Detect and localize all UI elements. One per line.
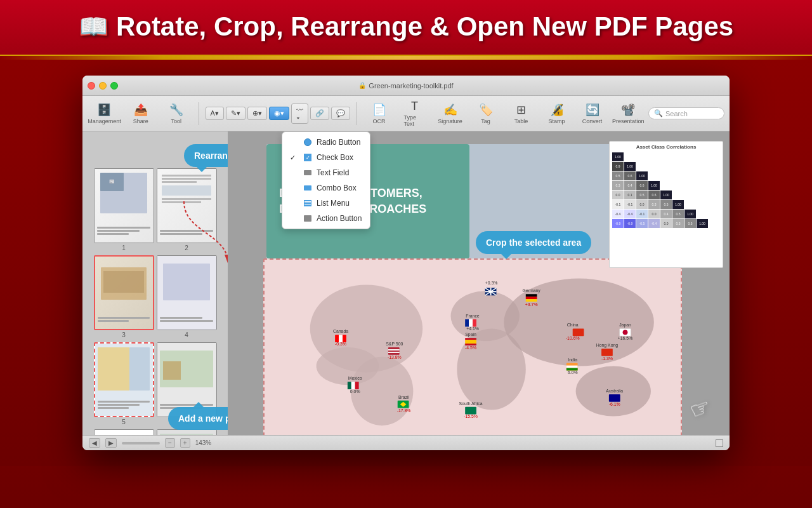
dropdown-action-button[interactable]: Action Button — [282, 211, 370, 226]
tag-button[interactable]: 🏷️ Tag — [470, 100, 502, 127]
type-text-button[interactable]: T Type Text — [399, 97, 431, 130]
convert-button[interactable]: 🔄 Convert — [577, 100, 608, 127]
dropdown-menu[interactable]: Radio Button ✓ ✓ Check Box Text Field — [282, 131, 370, 229]
ocr-button[interactable]: 📄 OCR — [363, 100, 395, 127]
header-title-text: Rotate, Crop, Rearrange & Open New PDF P… — [116, 11, 733, 42]
list-menu-icon — [304, 200, 311, 206]
svg-rect-39 — [348, 382, 351, 389]
seg-btn-4[interactable]: ◉▾ — [269, 107, 289, 120]
svg-text:Mexico: Mexico — [348, 376, 362, 380]
seg-btn-2[interactable]: ✎▾ — [226, 107, 246, 120]
table-button[interactable]: ⊞ Table — [506, 100, 537, 127]
thumbnail-row-4: + — [85, 429, 225, 435]
svg-rect-15 — [526, 294, 537, 297]
svg-text:Brazil: Brazil — [398, 395, 410, 399]
add-page-thumb[interactable]: + — [94, 429, 154, 435]
thumb-img-5[interactable] — [94, 342, 154, 417]
nav-prev[interactable]: ◀ — [89, 438, 100, 448]
traffic-lights — [88, 82, 118, 90]
maximize-button[interactable] — [110, 82, 118, 90]
search-field[interactable]: 🔍 Search — [648, 107, 724, 119]
svg-text:-17.8%: -17.8% — [397, 408, 411, 413]
add-page-item[interactable]: + — [94, 429, 154, 435]
svg-text:-0.3%: -0.3% — [335, 342, 346, 346]
page-thumb-extra[interactable] — [157, 429, 217, 435]
svg-text:-6.1%: -6.1% — [609, 402, 620, 406]
signature-button[interactable]: ✍️ Signature — [435, 100, 466, 127]
svg-rect-63 — [601, 349, 613, 356]
search-icon: 🔍 — [654, 109, 663, 117]
header: 📖 Rotate, Crop, Rearrange & Open New PDF… — [0, 0, 812, 56]
page-thumb-3[interactable]: 3 — [94, 255, 154, 338]
svg-text:+16.5%: +16.5% — [618, 336, 633, 340]
svg-rect-41 — [355, 382, 359, 389]
svg-point-60 — [623, 330, 628, 335]
svg-text:France: France — [466, 314, 480, 318]
scroll-up[interactable] — [716, 439, 723, 447]
canvas-area[interactable]: Radio Button ✓ ✓ Check Box Text Field — [228, 131, 730, 435]
svg-rect-17 — [526, 299, 537, 302]
seg-btn-7[interactable]: 💬 — [331, 107, 350, 120]
svg-rect-35 — [388, 349, 400, 351]
thumb-img-extra[interactable] — [157, 429, 217, 435]
correlation-matrix: Asset Class Correlations 1.00 0.9 1.00 0… — [609, 141, 723, 268]
dropdown-check-box[interactable]: ✓ ✓ Check Box — [282, 150, 370, 165]
dropdown-radio-button[interactable]: Radio Button — [282, 135, 370, 150]
svg-rect-34 — [388, 347, 400, 355]
svg-text:Hong Kong: Hong Kong — [596, 343, 619, 348]
svg-text:Canada: Canada — [333, 329, 348, 333]
svg-text:South Africa: South Africa — [459, 401, 483, 406]
combo-box-icon — [304, 185, 311, 190]
check-check: ✓ — [290, 154, 299, 162]
text-field-label: Text Field — [317, 168, 349, 177]
zoom-slider[interactable] — [122, 442, 160, 444]
dropdown-text-field[interactable]: Text Field — [282, 165, 370, 180]
stamp-button[interactable]: 🔏 Stamp — [541, 100, 573, 127]
world-map-svg: +0.3% Germany +3.7% Canada -0.3% — [265, 260, 681, 435]
page-thumb-5[interactable]: 5 — [94, 342, 154, 425]
svg-rect-24 — [465, 319, 469, 327]
hand-cursor: ☞ — [686, 393, 714, 425]
presentation-button[interactable]: 📽️ Presentation — [612, 100, 645, 127]
thumb-num-5: 5 — [122, 418, 126, 425]
seg-btn-3[interactable]: ⊕▾ — [247, 107, 267, 120]
seg-btn-1[interactable]: A▾ — [206, 107, 224, 120]
close-button[interactable] — [88, 82, 95, 90]
tooltip-rearrange: Rearrange pages — [184, 144, 228, 167]
share-button[interactable]: 📤 Share — [125, 100, 157, 127]
thumb-img-6[interactable] — [157, 342, 217, 417]
minimize-button[interactable] — [99, 82, 107, 90]
tool-icon: 🔧 — [169, 103, 183, 117]
nav-next[interactable]: ▶ — [105, 438, 117, 448]
seg-btn-5[interactable]: 〰▾ — [291, 104, 308, 124]
tool-button[interactable]: 🔧 Tool — [160, 100, 192, 127]
svg-text:S&P 500: S&P 500 — [386, 342, 403, 346]
window-body: Rearrange pages 📰 — [82, 131, 730, 435]
svg-text:+0.3%: +0.3% — [485, 281, 498, 285]
thumb-img-3[interactable] — [94, 255, 154, 330]
dropdown-combo-box[interactable]: Combo Box — [282, 180, 370, 196]
convert-icon: 🔄 — [586, 103, 599, 117]
svg-text:+3.7%: +3.7% — [525, 302, 538, 307]
zoom-minus[interactable]: − — [165, 438, 175, 448]
zoom-plus[interactable]: + — [180, 438, 190, 448]
seg-btn-6[interactable]: 🔗 — [310, 107, 329, 120]
thumb-img-1[interactable]: 📰 — [94, 168, 154, 243]
svg-text:Australia: Australia — [606, 389, 623, 393]
page-thumb-6[interactable]: 6 — [157, 342, 217, 425]
map-area: +0.3% Germany +3.7% Canada -0.3% — [263, 258, 682, 435]
svg-rect-40 — [351, 382, 355, 389]
presentation-icon: 📽️ — [621, 103, 635, 117]
thumb-num-3: 3 — [122, 331, 126, 338]
svg-rect-36 — [388, 352, 400, 353]
svg-text:0.0%: 0.0% — [350, 389, 360, 394]
svg-text:Spain: Spain — [465, 332, 476, 337]
zoom-level: 143% — [195, 439, 212, 446]
page-thumb-1[interactable]: 📰 1 — [94, 168, 154, 251]
svg-rect-25 — [469, 319, 473, 327]
management-button[interactable]: 🗄️ Management — [88, 100, 121, 127]
drag-arrow — [146, 195, 228, 290]
dropdown-list-menu[interactable]: List Menu — [282, 196, 370, 211]
svg-text:Japan: Japan — [619, 323, 631, 328]
mac-window: 🔒 Green-marketing-toolkit.pdf 🗄️ Managem… — [82, 76, 730, 450]
